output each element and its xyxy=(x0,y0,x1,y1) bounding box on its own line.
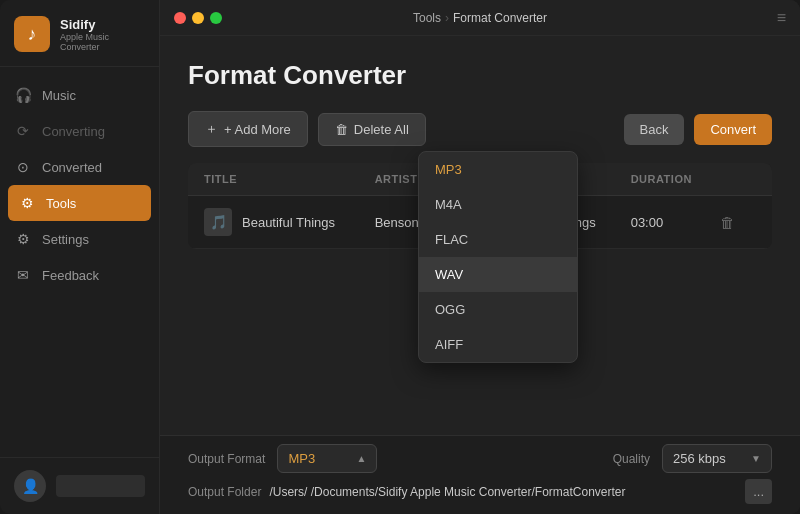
sidebar-item-label: Converting xyxy=(42,124,105,139)
page-title: Format Converter xyxy=(188,60,772,91)
add-more-button[interactable]: ＋ + Add More xyxy=(188,111,308,147)
convert-button[interactable]: Convert xyxy=(694,114,772,145)
bottom-panel: Output Format MP3 ▲ Quality 256 kbps ▼ O… xyxy=(160,435,800,514)
output-format-label: Output Format xyxy=(188,452,265,466)
sidebar-item-converting[interactable]: ⟳ Converting xyxy=(0,113,159,149)
song-thumbnail: 🎵 xyxy=(204,208,232,236)
cell-duration: 03:00 xyxy=(631,215,716,230)
sidebar-item-label: Music xyxy=(42,88,76,103)
dropdown-item-ogg[interactable]: OGG xyxy=(419,292,577,327)
delete-row-button[interactable]: 🗑 xyxy=(716,210,739,235)
logo-icon: ♪ xyxy=(28,24,37,45)
breadcrumb: Tools › Format Converter xyxy=(413,11,547,25)
delete-all-button[interactable]: 🗑 Delete All xyxy=(318,113,426,146)
avatar: 👤 xyxy=(14,470,46,502)
headphones-icon: 🎧 xyxy=(14,86,32,104)
dropdown-item-wav[interactable]: WAV xyxy=(419,257,577,292)
delete-all-label: Delete All xyxy=(354,122,409,137)
song-title: Beautiful Things xyxy=(242,215,335,230)
back-button[interactable]: Back xyxy=(624,114,685,145)
maximize-button[interactable] xyxy=(210,12,222,24)
brand-text: Sidify Apple Music Converter xyxy=(60,17,145,52)
header-title: TITLE xyxy=(204,173,375,185)
titlebar: Tools › Format Converter ≡ xyxy=(160,0,800,36)
output-format-select[interactable]: MP3 ▲ xyxy=(277,444,377,473)
breadcrumb-current: Format Converter xyxy=(453,11,547,25)
dropdown-item-mp3[interactable]: MP3 xyxy=(419,152,577,187)
app-logo: ♪ xyxy=(14,16,50,52)
sidebar-item-label: Tools xyxy=(46,196,76,211)
menu-icon[interactable]: ≡ xyxy=(777,9,786,27)
dropdown-item-flac[interactable]: FLAC xyxy=(419,222,577,257)
close-button[interactable] xyxy=(174,12,186,24)
output-folder-label: Output Folder xyxy=(188,485,261,499)
sidebar-header: ♪ Sidify Apple Music Converter xyxy=(0,0,159,67)
minimize-button[interactable] xyxy=(192,12,204,24)
quality-value: 256 kbps xyxy=(673,451,726,466)
folder-row: Output Folder /Users/ /Documents/Sidify … xyxy=(160,473,800,514)
page-content: Format Converter ＋ + Add More 🗑 Delete A… xyxy=(160,36,800,435)
add-icon: ＋ xyxy=(205,120,218,138)
sidebar-footer: 👤 xyxy=(0,457,159,514)
breadcrumb-separator: › xyxy=(445,11,449,25)
browse-folder-button[interactable]: ... xyxy=(745,479,772,504)
breadcrumb-parent[interactable]: Tools xyxy=(413,11,441,25)
add-more-label: + Add More xyxy=(224,122,291,137)
chevron-up-icon: ▲ xyxy=(356,453,366,464)
toolbar: ＋ + Add More 🗑 Delete All Back Convert xyxy=(188,111,772,147)
header-action xyxy=(716,173,756,185)
brand-name: Sidify xyxy=(60,17,145,32)
convert-label: Convert xyxy=(710,122,756,137)
converted-icon: ⊙ xyxy=(14,158,32,176)
feedback-icon: ✉ xyxy=(14,266,32,284)
sidebar-item-label: Converted xyxy=(42,160,102,175)
window-controls xyxy=(174,12,222,24)
format-dropdown[interactable]: MP3 M4A FLAC WAV OGG AIFF xyxy=(418,151,578,363)
tools-icon: ⚙ xyxy=(18,194,36,212)
output-folder-path: /Users/ /Documents/Sidify Apple Music Co… xyxy=(269,485,737,499)
main-area: Tools › Format Converter ≡ Format Conver… xyxy=(160,0,800,514)
sidebar-item-tools[interactable]: ⚙ Tools xyxy=(8,185,151,221)
chevron-down-icon: ▼ xyxy=(751,453,761,464)
sidebar-item-settings[interactable]: ⚙ Settings xyxy=(0,221,159,257)
sidebar-item-label: Settings xyxy=(42,232,89,247)
dropdown-item-aiff[interactable]: AIFF xyxy=(419,327,577,362)
format-quality-row: Output Format MP3 ▲ Quality 256 kbps ▼ xyxy=(160,436,800,473)
quality-select[interactable]: 256 kbps ▼ xyxy=(662,444,772,473)
settings-icon: ⚙ xyxy=(14,230,32,248)
sidebar: ♪ Sidify Apple Music Converter 🎧 Music ⟳… xyxy=(0,0,160,514)
format-value: MP3 xyxy=(288,451,315,466)
sidebar-item-converted[interactable]: ⊙ Converted xyxy=(0,149,159,185)
quality-label: Quality xyxy=(613,452,650,466)
sidebar-item-music[interactable]: 🎧 Music xyxy=(0,77,159,113)
brand-sub: Apple Music Converter xyxy=(60,32,145,52)
username-display xyxy=(56,475,145,497)
cell-title: 🎵 Beautiful Things xyxy=(204,208,375,236)
sidebar-item-label: Feedback xyxy=(42,268,99,283)
sidebar-item-feedback[interactable]: ✉ Feedback xyxy=(0,257,159,293)
trash-icon: 🗑 xyxy=(335,122,348,137)
header-duration: DURATION xyxy=(631,173,716,185)
dropdown-item-m4a[interactable]: M4A xyxy=(419,187,577,222)
converting-icon: ⟳ xyxy=(14,122,32,140)
cell-delete: 🗑 xyxy=(716,210,756,235)
sidebar-nav: 🎧 Music ⟳ Converting ⊙ Converted ⚙ Tools… xyxy=(0,67,159,457)
back-label: Back xyxy=(640,122,669,137)
